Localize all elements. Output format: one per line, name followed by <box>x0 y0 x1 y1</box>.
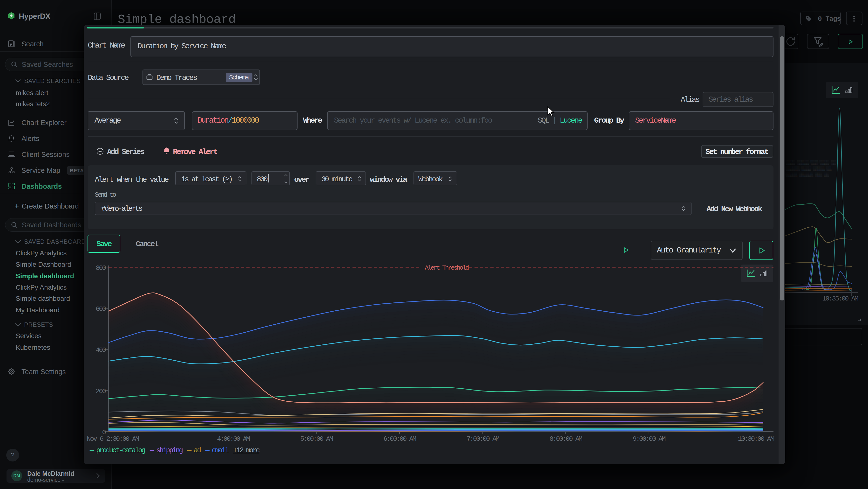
svg-text:Alert Threshold: Alert Threshold <box>425 264 469 271</box>
svg-text:7:00:00 AM: 7:00:00 AM <box>467 435 500 443</box>
svg-text:4:00:00 AM: 4:00:00 AM <box>217 435 250 443</box>
svg-text:400: 400 <box>96 346 106 354</box>
svg-text:9:00:00 AM: 9:00:00 AM <box>633 435 666 443</box>
svg-text:600: 600 <box>96 305 106 313</box>
svg-text:200: 200 <box>96 387 106 395</box>
svg-text:5:00:00 AM: 5:00:00 AM <box>300 435 333 443</box>
svg-text:8:00:00 AM: 8:00:00 AM <box>550 435 583 443</box>
svg-text:10:30:00 AM: 10:30:00 AM <box>738 435 774 443</box>
svg-text:800: 800 <box>96 264 106 272</box>
svg-text:6:00:00 AM: 6:00:00 AM <box>383 435 416 443</box>
svg-text:Nov 6 2:30:00 AM: Nov 6 2:30:00 AM <box>87 435 139 443</box>
